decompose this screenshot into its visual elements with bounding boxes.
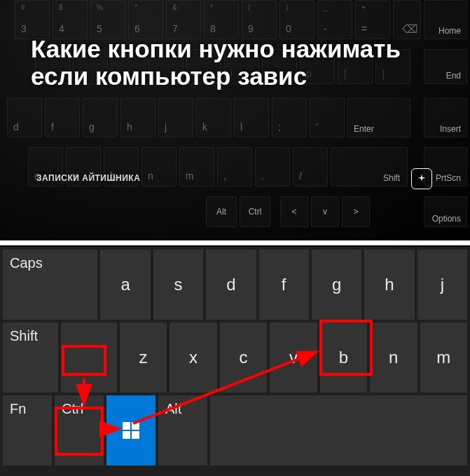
- key-z[interactable]: z: [120, 322, 167, 393]
- key-9: (9: [242, 0, 277, 39]
- fn-key[interactable]: Fn: [3, 395, 52, 465]
- key-ctrl: Ctrl: [240, 196, 270, 227]
- key-f-bottom[interactable]: f: [259, 250, 309, 320]
- key-slash: /: [293, 147, 328, 186]
- key-s[interactable]: s: [153, 250, 203, 320]
- key-b-bottom[interactable]: b: [320, 322, 367, 393]
- headline-text: Какие кнопки нужно нажимать если компьют…: [31, 35, 442, 90]
- source-label: ЗАПИСКИ АЙТИШНИКА: [36, 173, 140, 183]
- key-right-arrow: >: [342, 196, 370, 227]
- key-m: m: [179, 147, 214, 186]
- key-x[interactable]: x: [170, 322, 216, 393]
- key-0: )0: [279, 0, 315, 39]
- blank-key[interactable]: [61, 322, 116, 393]
- key-down-arrow: v: [311, 196, 339, 227]
- key-v-bottom[interactable]: v: [270, 322, 317, 393]
- key-f: f: [45, 98, 80, 137]
- bottom-keyboard-panel: Caps a s d f g h j Shift z x c v b n m F…: [0, 245, 470, 476]
- key-4: $4: [53, 0, 88, 39]
- key-3: #3: [15, 0, 50, 39]
- space-key[interactable]: [210, 395, 467, 465]
- key-7: &7: [166, 0, 201, 39]
- key-g: g: [83, 98, 118, 137]
- key-semicolon: ;: [272, 98, 307, 137]
- key-equals: +=: [355, 0, 390, 39]
- key-h: h: [120, 98, 155, 137]
- key-left-arrow: <: [280, 196, 308, 227]
- key-n-bottom[interactable]: n: [370, 322, 417, 393]
- key-l: l: [234, 98, 269, 137]
- key-c-bottom[interactable]: c: [220, 322, 267, 393]
- key-d-bottom[interactable]: d: [206, 250, 256, 320]
- key-options: Options: [424, 196, 467, 227]
- key-insert: Insert: [424, 98, 467, 137]
- key-home: Home: [424, 0, 467, 39]
- key-8: *8: [204, 0, 239, 39]
- key-h-bottom[interactable]: h: [364, 250, 414, 320]
- key-alt: Alt: [206, 196, 237, 227]
- key-j: j: [158, 98, 193, 137]
- key-g-bottom[interactable]: g: [312, 250, 361, 320]
- key-shift: Shift: [331, 147, 408, 186]
- key-quote: ': [310, 98, 345, 137]
- key-backspace-icon: ⌫: [393, 0, 421, 39]
- sparkle-icon[interactable]: [411, 168, 432, 189]
- top-keyboard-panel: #3 $4 %5 ^6 &7 *8 (9 )0 _- += ⌫ Home e r…: [0, 0, 470, 240]
- key-6: ^6: [128, 0, 163, 39]
- key-d: d: [7, 98, 42, 137]
- key-minus: _-: [317, 0, 352, 39]
- windows-logo-icon: [123, 422, 139, 439]
- key-enter: Enter: [347, 98, 410, 137]
- key-5: %5: [90, 0, 125, 39]
- key-k: k: [196, 98, 231, 137]
- alt-key-bottom[interactable]: Alt: [158, 395, 207, 465]
- shift-key[interactable]: Shift: [3, 322, 58, 393]
- key-m-bottom[interactable]: m: [420, 322, 467, 393]
- ctrl-key[interactable]: Ctrl: [55, 395, 104, 465]
- key-a[interactable]: a: [100, 250, 150, 320]
- key-j-bottom[interactable]: j: [417, 250, 467, 320]
- windows-key[interactable]: [106, 395, 155, 465]
- key-n: n: [141, 147, 177, 186]
- key-comma: ,: [217, 147, 252, 186]
- caps-key[interactable]: Caps: [3, 250, 97, 320]
- key-period: .: [255, 147, 290, 186]
